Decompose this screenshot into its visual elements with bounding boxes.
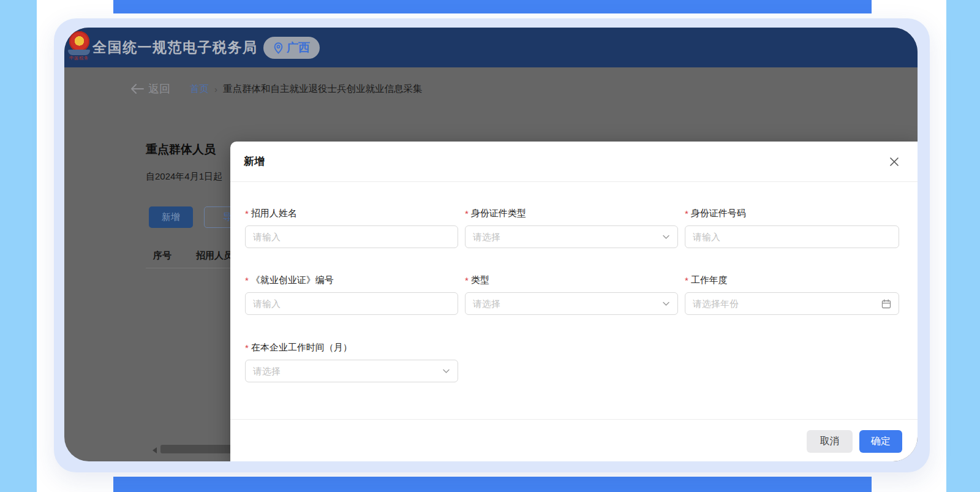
decor-bar-top (113, 0, 872, 13)
etax-app-window: 中国税务 全国统一规范电子税务局 广西 返回 (64, 28, 918, 461)
back-arrow-icon (130, 84, 144, 94)
page-add-button[interactable]: 新增 (149, 206, 193, 228)
page-title: 重点群体人员 (146, 142, 216, 157)
calendar-icon (881, 293, 891, 314)
breadcrumb: 返回 首页 › 重点群体和自主就业退役士兵创业就业信息采集 (130, 81, 423, 96)
add-record-modal: 新增 * 招用人姓名 (230, 142, 918, 461)
field-label: * 《就业创业证》编号 (245, 273, 458, 287)
modal-footer: 取消 确定 (230, 419, 918, 461)
horizontal-scrollbar-thumb[interactable] (160, 445, 234, 453)
logo-wing-shape (68, 50, 90, 55)
close-icon[interactable] (888, 156, 900, 168)
work-year-field: * 工作年度 请选择年份 (685, 273, 899, 315)
id-number-input[interactable] (685, 225, 899, 248)
field-label: * 在本企业工作时间（月） (245, 341, 458, 354)
work-months-field: * 在本企业工作时间（月） 请选择 (245, 341, 458, 382)
logo-caption: 中国税务 (66, 55, 92, 61)
breadcrumb-current: 重点群体和自主就业退役士兵创业就业信息采集 (223, 83, 423, 96)
required-mark: * (465, 275, 469, 286)
field-label: * 类型 (465, 273, 678, 287)
modal-title: 新增 (244, 142, 265, 182)
chevron-down-icon (442, 360, 450, 382)
cert-number-field: * 《就业创业证》编号 (245, 273, 458, 315)
work-year-datepicker[interactable]: 请选择年份 (685, 292, 899, 315)
type-field: * 类型 请选择 (465, 273, 678, 315)
modal-header: 新增 (230, 142, 918, 182)
id-type-field: * 身份证件类型 请选择 (465, 206, 678, 248)
required-mark: * (245, 275, 249, 286)
field-label: * 身份证件号码 (685, 206, 899, 220)
required-mark: * (245, 208, 249, 219)
required-mark: * (465, 208, 469, 219)
field-label: * 招用人姓名 (245, 206, 458, 220)
decor-strip-left (0, 0, 37, 492)
confirm-button[interactable]: 确定 (859, 430, 902, 453)
back-button-label: 返回 (148, 81, 170, 96)
recruit-name-field: * 招用人姓名 (245, 206, 458, 248)
required-mark: * (245, 343, 249, 353)
table-header-divider (146, 268, 232, 268)
field-label: * 身份证件类型 (465, 206, 678, 220)
region-badge[interactable]: 广西 (263, 37, 320, 59)
page-note: 自2024年4月1日起 (146, 171, 222, 183)
work-months-select[interactable]: 请选择 (245, 360, 458, 382)
table-header-index: 序号 (153, 250, 172, 262)
id-number-field: * 身份证件号码 (685, 206, 899, 248)
breadcrumb-home-link[interactable]: 首页 (190, 83, 209, 96)
browser-panel: 中国税务 全国统一规范电子税务局 广西 返回 (54, 18, 930, 472)
national-emblem-icon (69, 31, 89, 51)
type-select[interactable]: 请选择 (465, 292, 678, 315)
id-type-select[interactable]: 请选择 (465, 225, 678, 248)
decor-strip-right (946, 0, 980, 492)
cancel-button[interactable]: 取消 (807, 430, 853, 453)
decor-bar-bottom (113, 477, 872, 492)
field-label: * 工作年度 (685, 273, 899, 287)
recruit-name-input[interactable] (245, 225, 458, 248)
scroll-left-arrow-icon[interactable] (153, 447, 157, 453)
chevron-down-icon (662, 293, 670, 314)
required-mark: * (685, 208, 688, 219)
chevron-down-icon (662, 226, 670, 248)
region-badge-label: 广西 (287, 40, 310, 56)
app-header: 中国税务 全国统一规范电子税务局 广西 (64, 28, 918, 67)
screenshot-frame: 中国税务 全国统一规范电子税务局 广西 返回 (0, 0, 980, 492)
app-title: 全国统一规范电子税务局 (92, 28, 258, 67)
required-mark: * (685, 275, 688, 286)
breadcrumb-separator: › (214, 84, 217, 94)
cert-number-input[interactable] (245, 292, 458, 315)
back-button[interactable]: 返回 (130, 81, 170, 96)
location-pin-icon (273, 42, 284, 54)
tax-bureau-logo-icon: 中国税务 (66, 31, 92, 64)
